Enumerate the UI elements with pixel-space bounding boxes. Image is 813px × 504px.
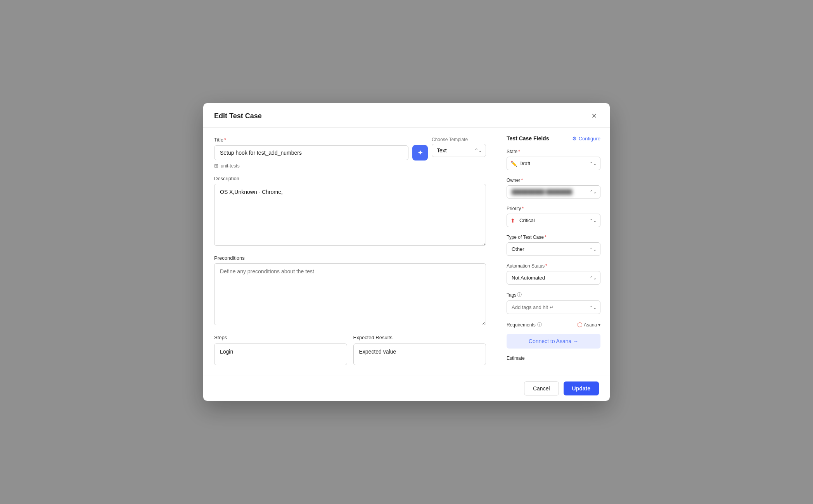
priority-select-wrapper: Critical High Medium Low ⬆ ⌃⌄ xyxy=(507,214,600,227)
preconditions-label: Preconditions xyxy=(214,255,486,261)
title-input-row: ✦ xyxy=(214,145,428,161)
owner-select-wrapper: ██████████ ████████ ⌃⌄ xyxy=(507,185,600,198)
automation-required-star: * xyxy=(545,263,547,269)
expected-item[interactable]: Expected value xyxy=(353,343,486,365)
steps-label: Steps xyxy=(214,335,347,340)
close-button[interactable]: × xyxy=(589,111,599,121)
modal-header: Edit Test Case × xyxy=(203,103,610,128)
asana-dots-icon: ⬡ xyxy=(577,321,583,328)
configure-icon: ⚙ xyxy=(572,136,577,142)
update-button[interactable]: Update xyxy=(564,381,599,395)
steps-col: Steps Login xyxy=(214,335,347,365)
preconditions-field-group: Preconditions xyxy=(214,255,486,327)
configure-label: Configure xyxy=(579,136,600,142)
title-label: Title * xyxy=(214,137,428,143)
choose-template-label: Choose Template xyxy=(432,137,486,142)
template-select[interactable]: Text BDD Exploratory xyxy=(432,144,486,157)
asana-label: Asana xyxy=(584,322,597,328)
folder-icon: ⊞ xyxy=(214,163,218,169)
state-label: State * xyxy=(507,148,600,154)
title-template-row: Title * ✦ Choose Template Text xyxy=(214,137,486,163)
owner-select[interactable]: ██████████ ████████ xyxy=(507,185,600,198)
tags-label: Tags ⓘ xyxy=(507,292,600,298)
test-case-fields-title: Test Case Fields xyxy=(507,135,549,142)
requirements-label-row: Requirements ⓘ ⬡ Asana ▾ xyxy=(507,321,600,328)
priority-label: Priority * xyxy=(507,205,600,211)
expected-results-label: Expected Results xyxy=(353,335,486,340)
requirements-field: Requirements ⓘ ⬡ Asana ▾ Connect to Asan… xyxy=(507,321,600,349)
tags-input[interactable] xyxy=(507,300,600,314)
steps-expected-row: Steps Login Expected Results Expected va… xyxy=(214,335,486,365)
tags-field: Tags ⓘ ⌃⌄ xyxy=(507,292,600,314)
modal-body: Title * ✦ Choose Template Text xyxy=(203,128,610,376)
connect-asana-button[interactable]: Connect to Asana → xyxy=(507,334,600,349)
configure-button[interactable]: ⚙ Configure xyxy=(572,136,600,142)
asana-chevron-icon: ▾ xyxy=(598,322,600,328)
type-required-star: * xyxy=(545,234,547,240)
type-select-wrapper: Other Functional Regression Smoke ⌃⌄ xyxy=(507,242,600,256)
automation-field: Automation Status * Not Automated Automa… xyxy=(507,263,600,285)
modal-footer: Cancel Update xyxy=(203,376,610,401)
folder-path: ⊞ unit-tests xyxy=(214,163,486,169)
owner-value: ██████████ ████████ xyxy=(512,189,572,195)
title-input[interactable] xyxy=(214,145,408,160)
estimate-label: Estimate xyxy=(507,356,600,361)
tags-info-icon: ⓘ xyxy=(517,292,522,298)
priority-field: Priority * Critical High Medium Low ⬆ ⌃⌄ xyxy=(507,205,600,227)
cancel-button[interactable]: Cancel xyxy=(524,381,559,395)
sidebar: Test Case Fields ⚙ Configure State * Dra… xyxy=(497,128,610,376)
expected-col: Expected Results Expected value xyxy=(353,335,486,365)
type-label: Type of Test Case * xyxy=(507,234,600,240)
estimate-field: Estimate xyxy=(507,356,600,361)
owner-field: Owner * ██████████ ████████ ⌃⌄ xyxy=(507,177,600,198)
automation-label: Automation Status * xyxy=(507,263,600,269)
preconditions-textarea[interactable] xyxy=(214,263,486,325)
automation-select[interactable]: Not Automated Automated In Progress xyxy=(507,271,600,285)
main-content: Title * ✦ Choose Template Text xyxy=(203,128,497,376)
automation-select-wrapper: Not Automated Automated In Progress ⌃⌄ xyxy=(507,271,600,285)
tags-input-wrapper: ⌃⌄ xyxy=(507,300,600,314)
description-label: Description xyxy=(214,176,486,181)
owner-label: Owner * xyxy=(507,177,600,183)
state-select[interactable]: Draft Ready In Review Deprecated xyxy=(507,157,600,170)
ai-assist-button[interactable]: ✦ xyxy=(412,145,428,161)
requirements-info-icon: ⓘ xyxy=(537,321,542,328)
state-select-wrapper: Draft Ready In Review Deprecated ✏️ ⌃⌄ xyxy=(507,157,600,170)
type-field: Type of Test Case * Other Functional Reg… xyxy=(507,234,600,256)
step-item[interactable]: Login xyxy=(214,343,347,365)
title-section: Title * ✦ xyxy=(214,137,428,163)
template-section: Choose Template Text BDD Exploratory ⌃⌄ xyxy=(432,137,486,157)
asana-dropdown-button[interactable]: ⬡ Asana ▾ xyxy=(577,321,600,328)
description-field-group: Description OS X,Unknown - Chrome, xyxy=(214,176,486,247)
owner-required-star: * xyxy=(521,177,523,183)
modal-overlay: Edit Test Case × Title * ✦ xyxy=(0,0,813,504)
sidebar-header: Test Case Fields ⚙ Configure xyxy=(507,135,600,142)
description-textarea[interactable]: OS X,Unknown - Chrome, xyxy=(214,184,486,246)
priority-required-star: * xyxy=(522,205,524,211)
type-select[interactable]: Other Functional Regression Smoke xyxy=(507,242,600,256)
modal-title: Edit Test Case xyxy=(214,112,262,120)
title-required-star: * xyxy=(224,137,226,143)
template-select-wrapper: Text BDD Exploratory ⌃⌄ xyxy=(432,144,486,157)
state-field: State * Draft Ready In Review Deprecated… xyxy=(507,148,600,170)
state-required-star: * xyxy=(518,148,520,154)
folder-name: unit-tests xyxy=(221,163,240,169)
priority-select[interactable]: Critical High Medium Low xyxy=(507,214,600,227)
edit-test-case-modal: Edit Test Case × Title * ✦ xyxy=(203,103,610,401)
